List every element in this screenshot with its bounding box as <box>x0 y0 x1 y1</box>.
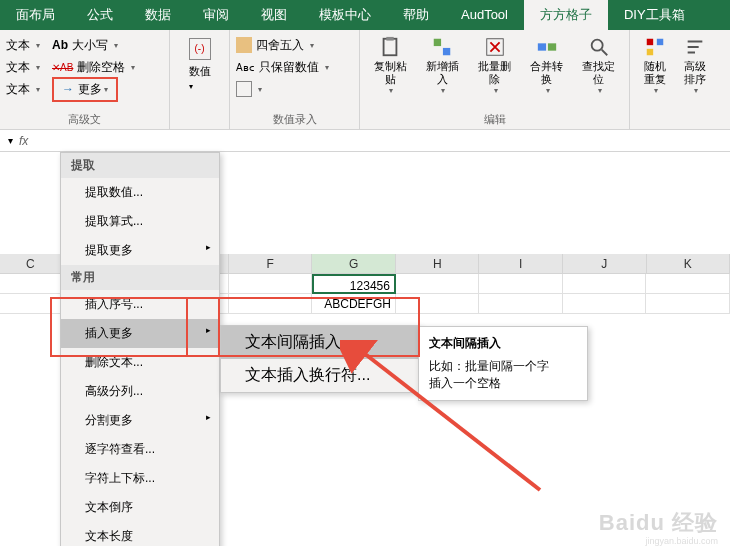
chevron-right-icon: ▸ <box>206 412 211 422</box>
menu-subscript[interactable]: 字符上下标... <box>61 464 219 493</box>
col-header-I[interactable]: I <box>479 254 563 274</box>
svg-rect-10 <box>647 49 653 55</box>
menu-extract-more[interactable]: 提取更多▸ <box>61 236 219 265</box>
svg-rect-9 <box>657 39 663 45</box>
chevron-right-icon: ▸ <box>206 325 211 335</box>
extra-icon <box>236 81 252 97</box>
more-dropdown-menu: 提取 提取数值... 提取算式... 提取更多▸ 常用 插入序号... 插入更多… <box>60 152 220 546</box>
group-label-edit: 编辑 <box>366 112 623 129</box>
svg-point-7 <box>592 40 603 51</box>
arrow-right-icon: → <box>62 82 74 96</box>
tab-templates[interactable]: 模板中心 <box>303 0 387 30</box>
menu-extract-value[interactable]: 提取数值... <box>61 178 219 207</box>
abc-icon: Aʙᴄ <box>236 62 255 73</box>
menu-delete-text[interactable]: 删除文本... <box>61 348 219 377</box>
cell-G2[interactable]: ABCDEFGH <box>312 294 396 314</box>
submenu-text-linebreak[interactable]: 文本插入换行符... <box>221 359 419 392</box>
menu-split-more[interactable]: 分割更多▸ <box>61 406 219 435</box>
menu-reverse[interactable]: 文本倒序 <box>61 493 219 522</box>
svg-rect-5 <box>538 43 546 50</box>
menu-section-extract: 提取 <box>61 153 219 178</box>
insert-btn[interactable]: 新增插入▾ <box>418 34 466 97</box>
tooltip-body: 比如：批量间隔一个字插入一个空格 <box>429 358 577 392</box>
merge-btn[interactable]: 合并转换▾ <box>523 34 571 97</box>
col-header-F[interactable]: F <box>229 254 313 274</box>
svg-rect-0 <box>384 39 397 56</box>
merge-icon <box>536 36 558 58</box>
tab-formula[interactable]: 公式 <box>71 0 129 30</box>
copy-paste-btn[interactable]: 复制粘贴▾ <box>366 34 414 97</box>
more-button[interactable]: → 更多 ▾ <box>52 77 118 102</box>
insert-more-submenu: 文本间隔插入... 文本插入换行符... <box>220 325 420 393</box>
formula-bar[interactable]: ▾ fx <box>0 130 730 152</box>
tooltip-title: 文本间隔插入 <box>429 335 577 352</box>
cell-G1[interactable]: 123456 <box>312 274 396 294</box>
batch-delete-btn[interactable]: 批量删除▾ <box>470 34 518 97</box>
tab-review[interactable]: 审阅 <box>187 0 245 30</box>
keep-value-btn[interactable]: Aʙᴄ 只保留数值▾ <box>236 56 353 78</box>
group-label-value: 数值录入 <box>236 112 353 129</box>
text-row-1[interactable]: 文本▾ Ab 大小写▾ <box>6 34 163 56</box>
watermark-sub: jingyan.baidu.com <box>645 536 718 546</box>
round-icon <box>236 37 252 53</box>
tab-data[interactable]: 数据 <box>129 0 187 30</box>
menu-insert-seq[interactable]: 插入序号... <box>61 290 219 319</box>
value-big-btn[interactable]: 数值▾ <box>189 64 211 91</box>
dropdown-icon[interactable]: ▾ <box>8 135 13 146</box>
menu-adv-split[interactable]: 高级分列... <box>61 377 219 406</box>
svg-rect-6 <box>548 43 556 50</box>
svg-rect-3 <box>443 48 450 55</box>
random-btn[interactable]: 随机重复▾ <box>636 34 674 97</box>
fx-label[interactable]: fx <box>19 134 28 148</box>
tab-diy[interactable]: DIY工具箱 <box>608 0 701 30</box>
value-icon: (-) <box>189 38 211 60</box>
tab-ffgz[interactable]: 方方格子 <box>524 0 608 30</box>
sort-btn[interactable]: 高级排序▾ <box>676 34 714 97</box>
col-header-J[interactable]: J <box>563 254 647 274</box>
col-header-H[interactable]: H <box>396 254 480 274</box>
svg-rect-1 <box>386 37 393 41</box>
svg-rect-8 <box>647 39 653 45</box>
menu-char-view[interactable]: 逐字符查看... <box>61 435 219 464</box>
random-icon <box>644 36 666 58</box>
svg-rect-2 <box>434 39 441 46</box>
chevron-right-icon: ▸ <box>206 242 211 252</box>
submenu-text-interval[interactable]: 文本间隔插入... <box>221 326 419 359</box>
round-btn[interactable]: 四舍五入▾ <box>236 34 353 56</box>
ribbon-tabs: 面布局 公式 数据 审阅 视图 模板中心 帮助 AudTool 方方格子 DIY… <box>0 0 730 30</box>
insert-icon <box>431 36 453 58</box>
watermark: Baidu 经验 <box>599 508 718 538</box>
tab-view[interactable]: 视图 <box>245 0 303 30</box>
value-extra-btn[interactable]: ▾ <box>236 78 353 100</box>
menu-length[interactable]: 文本长度 <box>61 522 219 546</box>
tab-help[interactable]: 帮助 <box>387 0 445 30</box>
menu-section-common: 常用 <box>61 265 219 290</box>
find-icon <box>588 36 610 58</box>
group-label-text: 高级文 <box>6 112 163 129</box>
ribbon-body: 文本▾ Ab 大小写▾ 文本▾ ✕AB 删除空格▾ 文本▾ → 更多 ▾ 高级文… <box>0 30 730 130</box>
col-header-K[interactable]: K <box>647 254 731 274</box>
text-row-3: 文本▾ → 更多 ▾ <box>6 78 163 100</box>
delete-icon <box>484 36 506 58</box>
text-row-2[interactable]: 文本▾ ✕AB 删除空格▾ <box>6 56 163 78</box>
tab-layout[interactable]: 面布局 <box>0 0 71 30</box>
tooltip: 文本间隔插入 比如：批量间隔一个字插入一个空格 <box>418 326 588 401</box>
menu-extract-formula[interactable]: 提取算式... <box>61 207 219 236</box>
tab-audtool[interactable]: AudTool <box>445 0 524 30</box>
menu-insert-more[interactable]: 插入更多▸ <box>61 319 219 348</box>
col-header-G[interactable]: G <box>312 254 396 274</box>
find-btn[interactable]: 查找定位▾ <box>575 34 623 97</box>
clipboard-icon <box>379 36 401 58</box>
sort-icon <box>684 36 706 58</box>
col-header-C[interactable]: C <box>0 254 62 274</box>
